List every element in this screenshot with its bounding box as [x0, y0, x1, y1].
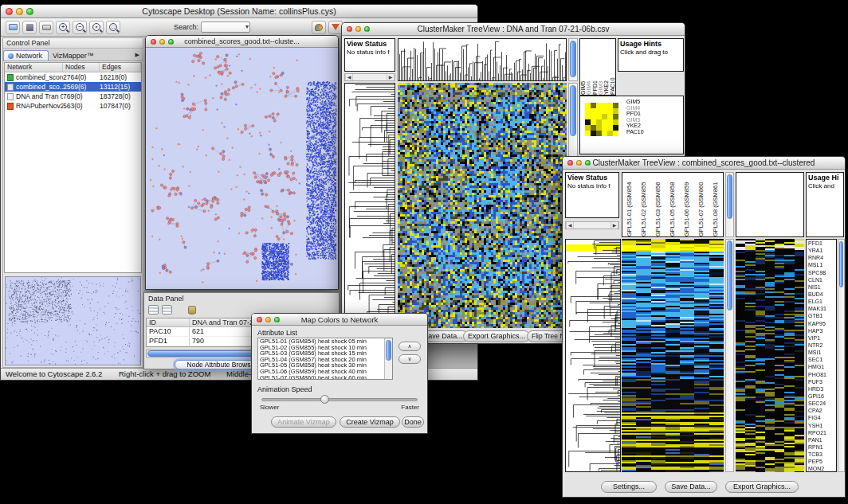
view-status-hscrollbar[interactable]: ◀ ▶: [565, 221, 619, 229]
tv1-heatmap-canvas[interactable]: [398, 83, 567, 328]
close-button[interactable]: [257, 317, 262, 322]
tv1-top-vscrollbar[interactable]: [568, 38, 578, 81]
open-session-icon[interactable]: [6, 21, 20, 34]
vscroll-thumb[interactable]: [727, 174, 732, 219]
network-view-canvas[interactable]: [146, 48, 338, 289]
gene-label[interactable]: SPC98: [807, 269, 836, 276]
col-network[interactable]: Network: [5, 63, 63, 72]
done-button[interactable]: Done: [402, 416, 424, 428]
main-titlebar[interactable]: Cytoscape Desktop (Session Name: collins…: [1, 5, 477, 18]
scroll-right-icon[interactable]: ▶: [610, 222, 618, 229]
combo-arrow-icon[interactable]: ▾: [245, 22, 249, 32]
gene-label[interactable]: MAK31: [807, 305, 836, 312]
attribute-listbox[interactable]: GPL51-01 (GSM854) heat shock 05 minGPL51…: [257, 338, 393, 380]
dialog-titlebar[interactable]: Map Colors to Network: [252, 314, 427, 326]
save-session-icon[interactable]: [22, 21, 37, 34]
gene-label[interactable]: BUD4: [807, 291, 836, 298]
vscroll-thumb[interactable]: [386, 340, 391, 361]
treeview-dna-titlebar[interactable]: ClusterMaker TreeView : DNA and Tran 07-…: [342, 23, 685, 36]
gene-label[interactable]: PUF3: [807, 378, 836, 385]
tv2-aux-heatmap-canvas[interactable]: [736, 239, 804, 472]
tv1-column-dendrogram-canvas[interactable]: [398, 38, 567, 81]
vizmapper-icon[interactable]: [312, 21, 326, 34]
gene-label[interactable]: YSH1: [807, 422, 836, 429]
create-attribute-icon[interactable]: [162, 305, 172, 315]
gene-label[interactable]: HAP3: [807, 327, 836, 334]
zoom-button[interactable]: [168, 39, 174, 45]
zoom-button[interactable]: [585, 160, 591, 166]
col-id[interactable]: ID: [147, 318, 190, 326]
network-table-row[interactable]: combined_scores2764(0)16218(0): [5, 72, 141, 82]
zoom-button[interactable]: [26, 8, 33, 15]
gene-label[interactable]: PFD1: [807, 240, 836, 247]
save-data-button[interactable]: Save Data...: [665, 481, 717, 493]
gene-label[interactable]: CLN1: [807, 276, 836, 283]
zoom-out-icon[interactable]: −: [73, 21, 87, 34]
close-button[interactable]: [151, 39, 156, 45]
gene-label[interactable]: HRD3: [807, 385, 836, 393]
gene-label[interactable]: RPO21: [807, 429, 836, 436]
view-status-hscrollbar[interactable]: ◀ ▶: [344, 73, 395, 81]
create-vizmap-button[interactable]: Create Vizmap: [340, 416, 400, 428]
zoom-selected-icon[interactable]: ▪: [89, 21, 104, 34]
gene-label[interactable]: NIS1: [807, 283, 836, 291]
vscroll-thumb[interactable]: [839, 241, 843, 287]
gene-label[interactable]: GTB1: [807, 312, 836, 319]
zoom-button[interactable]: [364, 26, 370, 32]
col-edges[interactable]: Edges: [100, 63, 141, 72]
gene-label[interactable]: YRA1: [807, 247, 836, 254]
minimize-button[interactable]: [355, 26, 361, 32]
gene-label[interactable]: MSI1: [807, 349, 836, 356]
gene-label[interactable]: RPN1: [807, 443, 836, 451]
gene-label[interactable]: MON2: [807, 465, 836, 472]
tv2-gene-vscrollbar[interactable]: [838, 239, 845, 472]
data-panel-title[interactable]: Data Panel: [144, 293, 339, 304]
vscroll-thumb[interactable]: [570, 85, 576, 136]
gene-label[interactable]: CPA2: [807, 407, 836, 414]
export-graphics-button[interactable]: Export Graphics...: [463, 330, 530, 342]
minimize-button[interactable]: [265, 317, 271, 322]
listbox-vscrollbar[interactable]: [384, 338, 392, 379]
print-icon[interactable]: [39, 21, 53, 34]
minimize-button[interactable]: [159, 39, 165, 45]
gene-label[interactable]: GPI16: [807, 393, 836, 400]
tab-overflow-icon[interactable]: ▶: [135, 52, 143, 61]
tab-vizmapper[interactable]: VizMapper™: [49, 51, 100, 61]
zoom-fit-icon[interactable]: □: [106, 21, 120, 34]
network-table-row[interactable]: DNA and Tran 07...769(0)183728(0): [5, 92, 141, 101]
gene-label[interactable]: PEP5: [807, 458, 836, 465]
animation-speed-slider[interactable]: [261, 398, 418, 401]
gene-label[interactable]: MSL1: [807, 261, 836, 268]
tab-network[interactable]: Network: [3, 50, 49, 61]
tv2-vscrollbar[interactable]: [725, 239, 734, 472]
gene-label[interactable]: NTR2: [807, 342, 836, 349]
scroll-left-icon[interactable]: ◀: [566, 222, 574, 229]
scroll-left-icon[interactable]: ◀: [345, 74, 353, 80]
network-table-row[interactable]: combined_sco...2569(6)13112(15): [5, 82, 141, 92]
close-button[interactable]: [6, 8, 13, 15]
close-button[interactable]: [347, 26, 352, 32]
move-up-button[interactable]: ∧: [398, 342, 421, 351]
gene-label[interactable]: RNR4: [807, 254, 836, 261]
network-table-row[interactable]: RNAPuberNov2...563(0)107847(0): [5, 101, 141, 111]
minimize-button[interactable]: [576, 160, 582, 166]
attribute-list-item[interactable]: GPL51-07 (GSM860) heat shock 60 min: [258, 375, 392, 380]
tv1-row-dendrogram-canvas[interactable]: [344, 83, 395, 328]
tv2-heatmap-canvas[interactable]: [622, 239, 724, 472]
network-overview-canvas[interactable]: [6, 277, 141, 365]
gene-label[interactable]: TCB3: [807, 451, 836, 458]
settings-button[interactable]: Settings...: [601, 481, 657, 493]
network-window-titlebar[interactable]: combined_scores_good.txt--cluste...: [146, 36, 338, 48]
animate-vizmap-button[interactable]: Animate Vizmap: [271, 416, 336, 428]
close-button[interactable]: [567, 160, 573, 166]
gene-label[interactable]: SEC1: [807, 356, 836, 363]
tv2-dendrogram-canvas[interactable]: [565, 239, 621, 472]
gene-label[interactable]: HMG1: [807, 363, 836, 370]
vscroll-thumb[interactable]: [570, 41, 576, 77]
minimize-button[interactable]: [16, 8, 23, 15]
gene-label[interactable]: FIG4: [807, 414, 836, 421]
tv2-top-vscrollbar[interactable]: [725, 172, 734, 237]
select-attributes-icon[interactable]: [148, 305, 159, 315]
tv1-correlation-matrix-canvas[interactable]: [585, 103, 618, 136]
gene-label[interactable]: SEC24: [807, 400, 836, 407]
